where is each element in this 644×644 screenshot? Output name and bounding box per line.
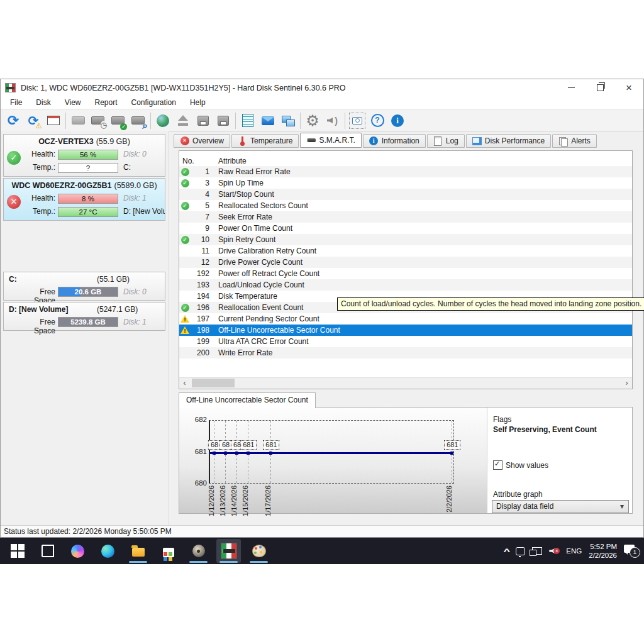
scroll-left-icon[interactable]: ‹ [179,378,190,388]
menu-report[interactable]: Report [87,96,124,109]
column-header-attribute[interactable]: Attribute [218,157,247,165]
minimize-icon [568,87,575,88]
table-row[interactable]: 200Write Error Rate [179,347,632,358]
disk-name: WDC WD60EZRZ-00GZ5B1 [11,181,111,190]
running-indicator [189,561,208,563]
table-row[interactable]: 192Power off Retract Cycle Count [179,268,632,279]
paint-taskbar-button[interactable] [247,539,271,563]
tab-log[interactable]: Log [427,134,465,148]
restore-button[interactable] [586,79,614,96]
hdd-tray-taskbar-button[interactable] [186,539,211,563]
menu-view[interactable]: View [58,96,88,109]
ms-store-taskbar-button[interactable] [156,539,180,563]
sound-button[interactable] [323,111,343,130]
settings-gear-button[interactable] [303,111,323,130]
data-line [210,452,453,454]
hdd-tray-icon [191,543,206,558]
disk-panel-1-selected[interactable]: WDC WD60EZRZ-00GZ5B1(5589.0 GB) ✕ Health… [3,178,165,221]
notes-button[interactable] [238,111,258,130]
volume-panel-c[interactable]: C: (55.1 GB) Free Space 20.6 GB Disk: 0 [3,272,165,301]
report-disk-button[interactable] [43,111,64,130]
table-row[interactable]: !198Off-Line Uncorrectable Sector Count [179,325,632,336]
show-values-option[interactable]: Show values [493,460,548,470]
network-button[interactable] [278,111,298,130]
clock[interactable]: 5:52 PM 2/2/2026 [589,542,617,560]
checkbox-checked-icon[interactable] [493,460,502,470]
start-taskbar-button[interactable] [5,539,30,563]
notification-center-icon[interactable]: 1 [624,544,639,558]
temp-bar: ? [58,163,118,173]
attribute-number: 1 [191,167,209,176]
hdd-globe-button[interactable] [153,111,173,130]
table-row[interactable]: ✓10Spin Retry Count [179,234,632,245]
table-row[interactable]: 12Drive Power Cycle Count [179,257,632,268]
tab-temperature[interactable]: Temperature [231,134,299,148]
attribute-detail-tab[interactable]: Off-Line Uncorrectable Sector Count [179,392,316,408]
table-row[interactable]: ✓1Raw Read Error Rate [179,166,632,177]
volume-muted-icon[interactable] [549,547,559,555]
hdd-plug-icon [216,113,231,128]
copilot-taskbar-button[interactable] [65,539,90,563]
tab-information[interactable]: Information [363,134,426,148]
information-button[interactable] [387,111,408,130]
hdd-clock-button[interactable] [88,111,108,130]
app-icon [5,83,16,92]
attribute-name: Power On Time Count [218,224,292,233]
x-axis-date-label: 1/17/2026 [264,486,273,514]
attribute-graph-dropdown[interactable]: Display data field [492,500,629,513]
table-row[interactable]: 199Ultra ATA CRC Error Count [179,336,632,347]
attribute-number: 10 [191,235,209,244]
screenshot-camera-button[interactable] [347,111,367,130]
warning-status-icon: ! [180,326,189,334]
table-row[interactable]: 7Seek Error Rate [179,211,632,223]
volume-panel-d[interactable]: D: [New Volume] (5247.1 GB) Free Space 5… [3,302,165,331]
menu-file[interactable]: File [3,96,29,109]
table-row[interactable]: !197Current Pending Sector Count [179,313,632,325]
eject-button[interactable] [173,111,193,130]
tab-disk-performance[interactable]: Disk Performance [466,134,551,148]
hard-disk-sentinel-taskbar-button[interactable] [216,539,241,563]
minimize-button[interactable] [557,79,586,96]
horizontal-scrollbar[interactable]: ‹ › [179,377,632,389]
hdd-unplug-button[interactable] [193,111,213,130]
help-icon [370,113,385,128]
task-view-taskbar-button[interactable] [35,539,60,563]
title-bar: Disk: 1, WDC WD60EZRZ-00GZ5B1 [WD-WX11D3… [1,79,643,96]
refresh-alert-button[interactable] [23,111,43,130]
tab-s-m-a-r-t[interactable]: S.M.A.R.T. [300,133,361,148]
hdd-accept-button[interactable] [108,111,128,130]
disk-panel-0[interactable]: OCZ-VERTEX3(55.9 GB) ✓ Health: 56 % Disk… [3,134,165,177]
table-row[interactable]: ✓3Spin Up Time [179,177,632,189]
cast-icon[interactable] [516,547,525,555]
network-icon[interactable] [532,547,542,555]
network-icon [280,113,296,128]
log-doc-icon [433,136,443,146]
hdd-search-button[interactable] [128,111,148,130]
table-row[interactable]: 4Start/Stop Count [179,189,632,200]
file-explorer-taskbar-button[interactable] [126,539,150,563]
hdd-disabled-button[interactable] [68,111,88,130]
menu-disk[interactable]: Disk [29,96,57,109]
tray-chevron-icon[interactable]: ^ [503,547,510,556]
close-button[interactable]: × [614,79,643,96]
edge-taskbar-button[interactable] [96,539,120,563]
attribute-number: 7 [191,213,209,221]
scrollbar-thumb[interactable] [192,379,235,387]
table-row[interactable]: 11Drive Calibration Retry Count [179,245,632,257]
column-header-no[interactable]: No. [182,157,194,165]
scroll-right-icon[interactable]: › [621,378,632,388]
menu-help[interactable]: Help [183,96,213,109]
table-row[interactable]: 9Power On Time Count [179,223,632,234]
language-indicator[interactable]: ENG [566,547,582,555]
hdd-plug-button[interactable] [213,111,233,130]
refresh-button[interactable] [3,111,23,130]
email-button[interactable] [258,111,278,130]
table-row[interactable]: 193Load/Unload Cycle Count [179,279,632,291]
attribute-name: Write Error Rate [218,348,272,357]
attribute-name: Ultra ATA CRC Error Count [218,337,309,346]
help-button[interactable] [367,111,387,130]
table-row[interactable]: ✓5Reallocated Sectors Count [179,200,632,211]
tab-alerts[interactable]: Alerts [552,134,597,148]
tab-overview[interactable]: Overview [174,134,230,148]
menu-configuration[interactable]: Configuration [125,96,183,109]
